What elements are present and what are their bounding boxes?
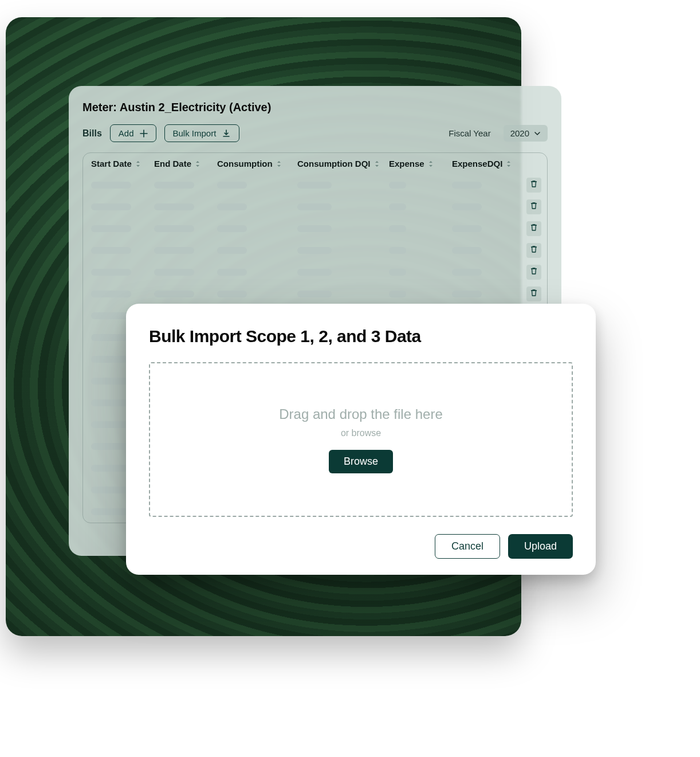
- column-header-label: ExpenseDQI: [452, 159, 502, 168]
- plus-icon: [140, 130, 148, 138]
- placeholder-bar: [389, 203, 406, 210]
- delete-row-button[interactable]: [526, 243, 541, 258]
- bulk-import-button[interactable]: Bulk Import: [164, 124, 240, 142]
- placeholder-bar: [217, 269, 247, 276]
- placeholder-bar: [91, 421, 131, 428]
- delete-row-button[interactable]: [526, 265, 541, 280]
- placeholder-bar: [389, 291, 406, 297]
- column-header-label: Consumption: [217, 159, 273, 168]
- table-cell: [91, 225, 154, 232]
- table-cell: [91, 269, 154, 276]
- table-cell: [297, 291, 389, 297]
- cancel-button-label: Cancel: [451, 540, 483, 552]
- placeholder-bar: [297, 182, 332, 189]
- column-header[interactable]: Expense: [389, 159, 452, 168]
- table-cell: [389, 225, 452, 232]
- delete-row-button[interactable]: [526, 221, 541, 236]
- download-icon: [222, 129, 231, 138]
- column-header[interactable]: Start Date: [91, 159, 154, 168]
- trash-icon: [530, 267, 538, 277]
- placeholder-bar: [452, 291, 482, 297]
- sort-icon: [506, 160, 512, 167]
- panel-toolbar: Bills Add Bulk Import Fiscal Year 2020: [82, 124, 548, 142]
- table-cell: [91, 203, 154, 210]
- placeholder-bar: [91, 356, 131, 363]
- delete-row-button[interactable]: [526, 178, 541, 193]
- placeholder-bar: [217, 291, 247, 297]
- delete-row-button[interactable]: [526, 287, 541, 301]
- placeholder-bar: [91, 247, 131, 254]
- table-row: [83, 261, 547, 283]
- placeholder-bar: [154, 291, 194, 297]
- fiscal-year-select[interactable]: 2020: [504, 125, 548, 142]
- column-header-label: Consumption DQI: [297, 159, 371, 168]
- placeholder-bar: [91, 291, 131, 297]
- placeholder-bar: [91, 378, 131, 385]
- table-cell: [389, 269, 452, 276]
- trash-icon: [530, 180, 538, 190]
- chevron-down-icon: [534, 130, 541, 137]
- table-cell: [297, 182, 389, 189]
- placeholder-bar: [91, 487, 131, 493]
- table-row: [83, 174, 547, 196]
- table-cell: [452, 225, 526, 232]
- table-cell: [389, 291, 452, 297]
- table-row: [83, 283, 547, 305]
- bulk-import-button-label: Bulk Import: [173, 128, 217, 138]
- browse-button[interactable]: Browse: [329, 450, 393, 473]
- placeholder-bar: [297, 225, 332, 232]
- placeholder-bar: [389, 247, 406, 254]
- placeholder-bar: [297, 247, 332, 254]
- browse-button-label: Browse: [344, 456, 378, 467]
- upload-button[interactable]: Upload: [508, 534, 573, 559]
- file-dropzone[interactable]: Drag and drop the file here or browse Br…: [149, 362, 573, 517]
- table-cell: [217, 225, 297, 232]
- table-cell: [217, 269, 297, 276]
- placeholder-bar: [91, 334, 131, 341]
- placeholder-bar: [217, 225, 247, 232]
- column-header[interactable]: Consumption: [217, 159, 297, 168]
- upload-button-label: Upload: [524, 540, 557, 552]
- fiscal-year-value: 2020: [510, 128, 529, 138]
- table-cell: [452, 247, 526, 254]
- placeholder-bar: [297, 269, 332, 276]
- table-cell: [154, 247, 217, 254]
- placeholder-bar: [389, 182, 406, 189]
- column-header[interactable]: Consumption DQI: [297, 159, 389, 168]
- table-cell: [297, 269, 389, 276]
- sort-icon: [195, 160, 200, 167]
- add-button-label: Add: [119, 128, 134, 138]
- table-cell: [217, 182, 297, 189]
- fiscal-year-label: Fiscal Year: [449, 128, 490, 138]
- cancel-button[interactable]: Cancel: [435, 534, 500, 559]
- column-header-label: End Date: [154, 159, 191, 168]
- modal-title: Bulk Import Scope 1, 2, and 3 Data: [149, 327, 573, 346]
- dropzone-main-text: Drag and drop the file here: [279, 406, 443, 422]
- table-cell: [452, 291, 526, 297]
- column-header[interactable]: ExpenseDQI: [452, 159, 526, 168]
- placeholder-bar: [297, 203, 332, 210]
- table-cell: [452, 269, 526, 276]
- placeholder-bar: [91, 269, 131, 276]
- table-row: [83, 196, 547, 218]
- table-cell: [91, 291, 154, 297]
- table-cell: [217, 247, 297, 254]
- table-cell: [217, 291, 297, 297]
- placeholder-bar: [154, 269, 194, 276]
- trash-icon: [530, 223, 538, 234]
- placeholder-bar: [452, 182, 482, 189]
- sort-icon: [135, 160, 141, 167]
- placeholder-bar: [91, 312, 131, 319]
- dropzone-sub-text: or browse: [341, 428, 381, 438]
- placeholder-bar: [217, 182, 247, 189]
- table-cell: [154, 269, 217, 276]
- add-button[interactable]: Add: [110, 124, 156, 142]
- table-cell: [452, 203, 526, 210]
- delete-row-button[interactable]: [526, 199, 541, 214]
- table-cell: [91, 247, 154, 254]
- bulk-import-modal: Bulk Import Scope 1, 2, and 3 Data Drag …: [126, 304, 596, 575]
- column-header[interactable]: End Date: [154, 159, 217, 168]
- modal-actions: Cancel Upload: [149, 534, 573, 559]
- table-header: Start DateEnd DateConsumptionConsumption…: [83, 153, 547, 174]
- placeholder-bar: [154, 225, 194, 232]
